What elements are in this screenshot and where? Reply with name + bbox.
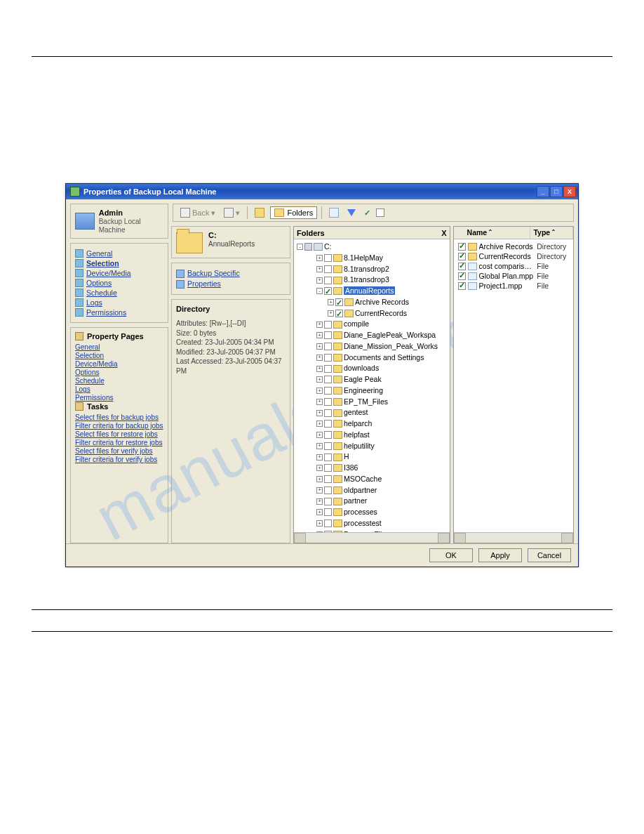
- toolbar: Back ▾ ▾ Folders ✓: [173, 204, 574, 222]
- tree-node[interactable]: +Eagle Peak: [297, 374, 448, 385]
- backup-specific-link[interactable]: Backup Specific: [176, 269, 286, 278]
- nav-icon: [75, 279, 83, 287]
- folders-pane-close[interactable]: X: [441, 229, 446, 237]
- tree-node[interactable]: +downloads: [297, 363, 448, 374]
- rule-bottom-1: [32, 609, 612, 610]
- file-row[interactable]: CurrentRecordsDirectory: [457, 251, 572, 261]
- tree-node[interactable]: +helparch: [297, 418, 448, 430]
- help-page-link[interactable]: Permissions: [75, 394, 163, 402]
- file-list-panel: Name ˆ Type ˆ Archive RecordsDirectoryCu…: [453, 226, 574, 543]
- check-button[interactable]: ✓: [361, 207, 373, 219]
- tree-node[interactable]: +CurrentRecords: [297, 308, 448, 319]
- titlebar[interactable]: Properties of Backup Local Machine _ □ X: [66, 184, 578, 199]
- help-task-link[interactable]: Select files for restore jobs: [75, 430, 163, 438]
- file-row[interactable]: Global Plan.mppFile: [457, 271, 572, 281]
- file-checkbox[interactable]: [458, 263, 466, 270]
- path-drive: C:: [208, 231, 255, 239]
- tree-node[interactable]: +oldpartner: [297, 485, 448, 496]
- tree-node[interactable]: +H: [297, 451, 448, 463]
- tree-node[interactable]: +compile: [297, 319, 448, 330]
- tree-node[interactable]: +processtest: [297, 518, 448, 529]
- file-row[interactable]: Project1.mppFile: [457, 281, 572, 291]
- book-icon: [75, 402, 83, 411]
- folder-icon: [274, 208, 284, 217]
- tree-node[interactable]: +helputility: [297, 441, 448, 452]
- nav-item-general[interactable]: General: [75, 249, 163, 258]
- tree-node[interactable]: +gentest: [297, 407, 448, 418]
- tree-node[interactable]: +8.1transdrop2: [297, 264, 448, 275]
- file-list-header: Name ˆ Type ˆ: [454, 227, 573, 239]
- nav-item-options[interactable]: Options: [75, 279, 163, 287]
- file-list[interactable]: Archive RecordsDirectoryCurrentRecordsDi…: [454, 239, 573, 532]
- cancel-button[interactable]: Cancel: [528, 548, 571, 562]
- directory-info-panel: Directory Attributes: [Rw--],[--DI] Size…: [171, 299, 290, 543]
- help-page-link[interactable]: Selection: [75, 352, 163, 359]
- name-column-header[interactable]: Name ˆ: [464, 227, 531, 239]
- tree-node[interactable]: +Diane_EaglePeak_Workspa: [297, 330, 448, 341]
- document-icon: [329, 208, 339, 218]
- help-page-link[interactable]: Schedule: [75, 377, 163, 385]
- nav-item-logs[interactable]: Logs: [75, 298, 163, 307]
- nav-icon: [75, 308, 83, 317]
- tree-node[interactable]: +partner: [297, 496, 448, 507]
- nav-item-device-media[interactable]: Device/Media: [75, 269, 163, 277]
- tree-root[interactable]: -C:: [297, 241, 448, 253]
- file-row[interactable]: cost comparison.xlsFile: [457, 261, 572, 271]
- minimize-button[interactable]: _: [537, 186, 549, 197]
- tree-node[interactable]: +Archive Records: [297, 297, 448, 308]
- dialog-footer: OK Apply Cancel: [66, 543, 578, 567]
- tree-scrollbar[interactable]: [294, 532, 450, 543]
- up-button[interactable]: [252, 206, 267, 219]
- dir-created: Created: 23-Jul-2005 04:34 PM: [176, 338, 286, 348]
- tree-node[interactable]: +EP_TM_Files: [297, 397, 448, 408]
- file-icon: [468, 272, 477, 280]
- apply-button[interactable]: Apply: [478, 548, 522, 562]
- toolbar-checkbox[interactable]: [376, 208, 384, 217]
- tree-node[interactable]: +8.1transdrop3: [297, 274, 448, 286]
- back-button[interactable]: Back ▾: [177, 206, 218, 219]
- help-page-link[interactable]: Options: [75, 369, 163, 376]
- tree-node[interactable]: +MSOCache: [297, 474, 448, 485]
- properties-link[interactable]: Properties: [176, 279, 286, 289]
- help-task-link[interactable]: Filter criteria for verify jobs: [75, 456, 163, 463]
- backup-icon: [176, 270, 185, 278]
- nav-icon: [75, 249, 83, 258]
- list-scrollbar[interactable]: [454, 532, 573, 543]
- type-column-header[interactable]: Type ˆ: [530, 227, 573, 239]
- ok-button[interactable]: OK: [429, 548, 473, 562]
- help-task-link[interactable]: Select files for verify jobs: [75, 447, 163, 455]
- nav-item-permissions[interactable]: Permissions: [75, 308, 163, 317]
- file-row[interactable]: Archive RecordsDirectory: [457, 241, 572, 251]
- file-checkbox[interactable]: [458, 282, 466, 290]
- maximize-button[interactable]: □: [550, 186, 563, 197]
- folders-button[interactable]: Folders: [270, 206, 317, 219]
- close-button[interactable]: X: [563, 186, 576, 197]
- tree-node[interactable]: +Diane_Mission_Peak_Works: [297, 341, 448, 352]
- tree-node[interactable]: +processes: [297, 507, 448, 518]
- help-task-link[interactable]: Filter criteria for restore jobs: [75, 439, 163, 446]
- dialog-window: manualshive.com Properties of Backup Loc…: [65, 183, 579, 567]
- tree-node[interactable]: +helpfast: [297, 430, 448, 441]
- tree-node[interactable]: +8.1HelpMay: [297, 253, 448, 264]
- nav-item-selection[interactable]: Selection: [75, 259, 163, 267]
- help-page-link[interactable]: General: [75, 343, 163, 351]
- help-task-link[interactable]: Filter criteria for backup jobs: [75, 422, 163, 430]
- help-page-link[interactable]: Device/Media: [75, 360, 163, 368]
- file-checkbox[interactable]: [458, 253, 466, 260]
- help-task-link[interactable]: Select files for backup jobs: [75, 413, 163, 421]
- forward-button[interactable]: ▾: [221, 206, 243, 219]
- filter-button[interactable]: [344, 208, 358, 218]
- file-checkbox[interactable]: [458, 243, 466, 251]
- tree-node[interactable]: +Engineering: [297, 385, 448, 397]
- forward-icon: [224, 208, 234, 218]
- tree-node[interactable]: +Documents and Settings: [297, 352, 448, 364]
- tree-node[interactable]: +I386: [297, 463, 448, 474]
- property-pages-heading: Property Pages: [87, 332, 144, 340]
- up-icon: [255, 208, 264, 218]
- file-checkbox[interactable]: [458, 272, 466, 280]
- folder-tree[interactable]: -C:+8.1HelpMay+8.1transdrop2+8.1transdro…: [294, 239, 450, 532]
- document-button[interactable]: [326, 206, 342, 219]
- tree-node[interactable]: -AnnualReports: [297, 286, 448, 297]
- help-page-link[interactable]: Logs: [75, 385, 163, 393]
- nav-item-schedule[interactable]: Schedule: [75, 289, 163, 297]
